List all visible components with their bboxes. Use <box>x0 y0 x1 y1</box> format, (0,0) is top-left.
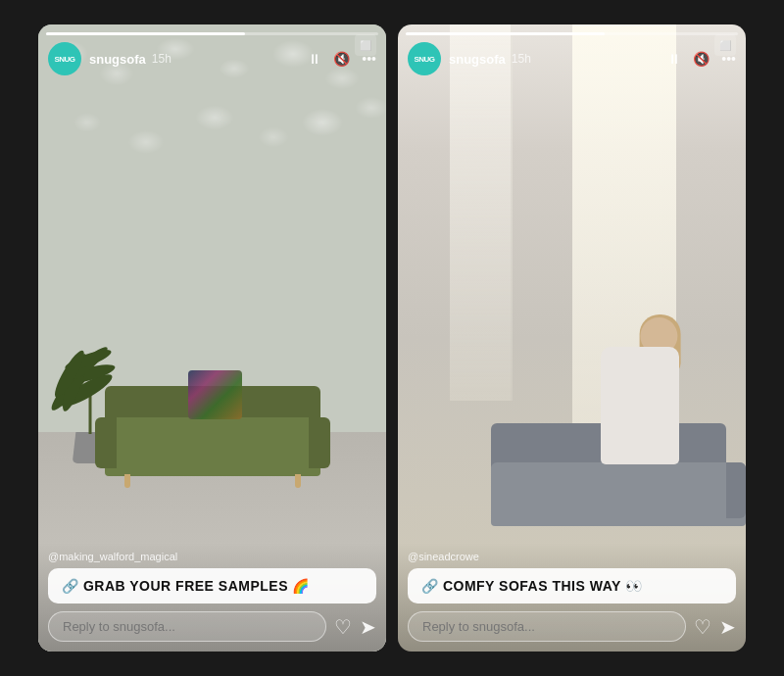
avatar-2[interactable]: SNUG <box>408 42 441 75</box>
username-1[interactable]: snugsofa <box>89 52 146 67</box>
attribution-1: @making_walford_magical <box>48 551 376 562</box>
timestamp-2: 15h <box>512 52 531 66</box>
reply-input-2[interactable] <box>408 611 686 642</box>
pause-icon-2[interactable]: ⏸ <box>667 51 681 67</box>
heart-icon-2[interactable]: ♡ <box>694 615 711 639</box>
progress-fill-1 <box>46 32 245 35</box>
story-header-2: SNUG snugsofa 15h ⏸ 🔇 ••• <box>398 42 746 75</box>
story-card-2: SNUG snugsofa 15h ⏸ 🔇 ••• <box>398 24 746 652</box>
reply-row-2: ♡ ➤ <box>408 611 736 642</box>
cta-button-1[interactable]: 🔗 GRAB YOUR FREE SAMPLES 🌈 <box>48 568 376 604</box>
progress-fill-2 <box>406 32 605 35</box>
username-2[interactable]: snugsofa <box>449 52 506 67</box>
person-shape <box>589 317 707 513</box>
timestamp-1: 15h <box>152 52 172 66</box>
window-curtain <box>450 24 513 401</box>
heart-icon-1[interactable]: ♡ <box>334 615 352 639</box>
story-card-1: SNUG snugsofa 15h ⏸ 🔇 ••• <box>38 24 386 652</box>
stories-container: SNUG snugsofa 15h ⏸ 🔇 ••• <box>19 5 765 671</box>
cta-button-2[interactable]: 🔗 COMFY SOFAS THIS WAY 👀 <box>408 568 736 604</box>
mute-icon-2[interactable]: 🔇 <box>693 51 710 67</box>
pause-icon-1[interactable]: ⏸ <box>308 51 321 67</box>
story-bottom-2: @sineadcrowe 🔗 COMFY SOFAS THIS WAY 👀 ♡ … <box>398 543 746 652</box>
cta-text-1: 🔗 GRAB YOUR FREE SAMPLES 🌈 <box>62 578 310 594</box>
sofa-1 <box>95 383 330 476</box>
story-bottom-1: @making_walford_magical 🔗 GRAB YOUR FREE… <box>38 543 386 652</box>
story-meta-2: snugsofa 15h <box>449 52 667 67</box>
mute-icon-1[interactable]: 🔇 <box>333 51 350 67</box>
cta-text-2: 🔗 COMFY SOFAS THIS WAY 👀 <box>421 578 642 594</box>
expand-icon-2[interactable] <box>714 34 736 56</box>
story-meta-1: snugsofa 15h <box>89 52 308 67</box>
send-icon-2[interactable]: ➤ <box>719 615 736 639</box>
attribution-2: @sineadcrowe <box>408 551 736 562</box>
reply-row-1: ♡ ➤ <box>48 611 376 642</box>
send-icon-1[interactable]: ➤ <box>360 615 376 639</box>
story-header-1: SNUG snugsofa 15h ⏸ 🔇 ••• <box>38 42 386 75</box>
reply-input-1[interactable] <box>48 611 326 642</box>
progress-bar-2 <box>406 32 738 35</box>
progress-bar-1 <box>46 32 378 35</box>
avatar-1[interactable]: SNUG <box>48 42 81 75</box>
expand-icon-1[interactable] <box>355 34 376 56</box>
